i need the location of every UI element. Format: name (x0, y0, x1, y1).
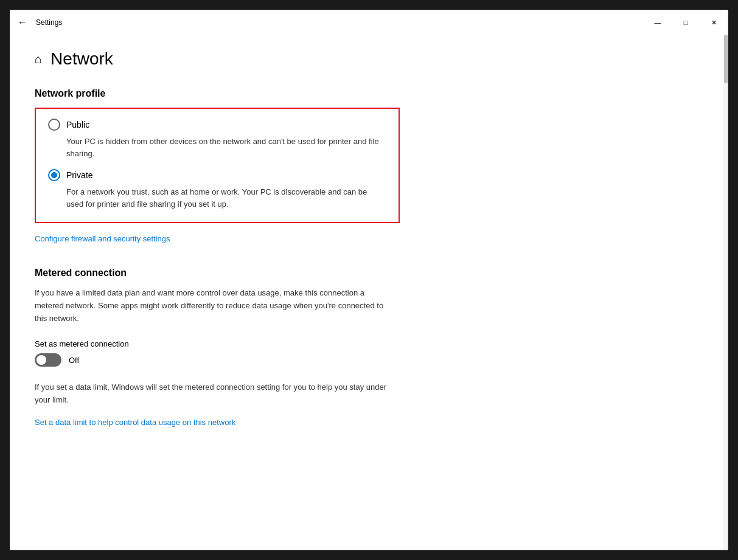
radio-selected-indicator (51, 172, 57, 178)
firewall-settings-link[interactable]: Configure firewall and security settings (35, 234, 170, 243)
public-radio-button[interactable] (48, 119, 60, 131)
main-content: ⌂ Network Network profile Public Your PC… (10, 35, 723, 550)
data-limit-description: If you set a data limit, Windows will se… (35, 381, 388, 407)
content-area: ⌂ Network Network profile Public Your PC… (10, 35, 728, 550)
minimize-button[interactable]: — (644, 10, 672, 35)
private-label: Private (66, 170, 93, 180)
data-limit-link[interactable]: Set a data limit to help control data us… (35, 418, 235, 427)
private-radio-option[interactable]: Private (48, 169, 386, 181)
network-profile-section: Network profile Public Your PC is hidden… (35, 88, 698, 263)
metered-toggle[interactable] (35, 353, 61, 367)
metered-connection-title: Metered connection (35, 268, 698, 278)
toggle-label: Set as metered connection (35, 339, 698, 348)
window-title: Settings (36, 18, 62, 27)
home-icon[interactable]: ⌂ (35, 52, 42, 66)
page-header: ⌂ Network (35, 49, 698, 69)
private-radio-button[interactable] (48, 169, 60, 181)
title-bar-controls: — □ ✕ (644, 10, 728, 35)
toggle-row: Off (35, 353, 698, 367)
scrollbar-thumb[interactable] (724, 35, 728, 83)
public-description: Your PC is hidden from other devices on … (66, 136, 386, 159)
title-bar-left: ← Settings (18, 17, 62, 28)
metered-connection-section: Metered connection If you have a limited… (35, 268, 698, 446)
close-button[interactable]: ✕ (700, 10, 728, 35)
scrollbar[interactable] (723, 35, 728, 550)
title-bar: ← Settings — □ ✕ (10, 10, 728, 35)
toggle-knob (37, 355, 46, 365)
toggle-state: Off (69, 356, 79, 365)
network-profile-box: Public Your PC is hidden from other devi… (35, 108, 400, 223)
public-radio-option[interactable]: Public (48, 119, 386, 131)
private-description: For a network you trust, such as at home… (66, 186, 386, 210)
metered-description: If you have a limited data plan and want… (35, 287, 388, 325)
settings-window: ← Settings — □ ✕ ⌂ Network Network profi… (10, 10, 728, 550)
maximize-button[interactable]: □ (672, 10, 700, 35)
page-title: Network (50, 49, 113, 69)
public-label: Public (66, 120, 89, 130)
network-profile-title: Network profile (35, 88, 698, 99)
back-button[interactable]: ← (18, 17, 27, 28)
